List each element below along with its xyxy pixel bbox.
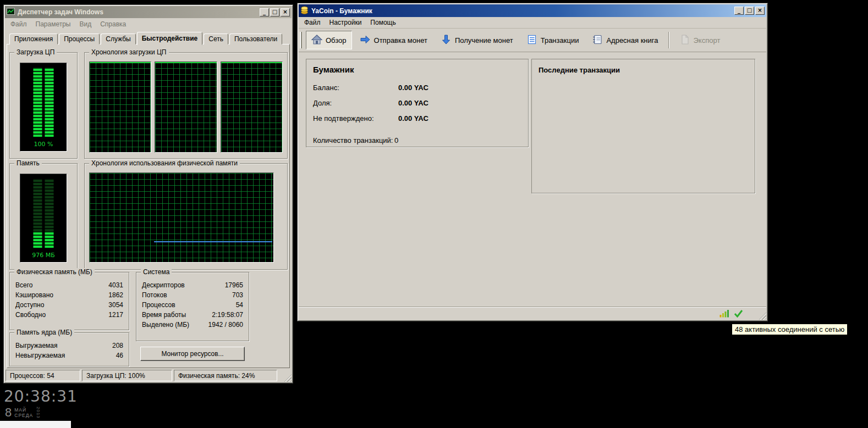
toolbar-button-send-coins[interactable]: Отправка монет — [354, 31, 433, 49]
cpu-history-graph-3 — [221, 62, 283, 153]
cpu-usage-label: Загрузка ЦП — [14, 48, 57, 56]
info-row: Всего4031 — [10, 280, 129, 290]
menu-help[interactable]: Справка — [96, 19, 130, 29]
toolbar-button-export[interactable]: Экспорт — [674, 31, 726, 49]
info-row: Доступно3054 — [10, 300, 129, 310]
clock-month: МАЙ — [14, 407, 33, 413]
tab-performance[interactable]: Быстродействие — [137, 32, 203, 45]
info-label: Время работы — [142, 311, 186, 319]
send-coins-icon — [360, 34, 371, 47]
clock-month-weekday: МАЙ СРЕДА — [14, 407, 33, 418]
menu-view[interactable]: Вид — [75, 19, 96, 29]
tab-users[interactable]: Пользователи — [229, 34, 282, 45]
info-label: Всего — [15, 281, 32, 289]
menu-file[interactable]: Файл — [300, 18, 325, 27]
toolbar-button-label: Отправка монет — [374, 36, 427, 45]
wallet-titlebar[interactable]: YaCoin - Бумажник _ □ × — [299, 4, 766, 17]
physical-memory-label: Физическая память (МБ) — [14, 268, 95, 276]
info-row: Время работы2:19:58:07 — [136, 310, 249, 320]
info-label: Дескрипторов — [142, 281, 185, 289]
tx-count-label: Количество транзакций: — [313, 136, 393, 144]
maximize-button[interactable]: □ — [270, 8, 279, 16]
memory-history-label: Хронология использования физической памя… — [89, 159, 240, 167]
physical-memory-rows: Всего4031 Кэшировано1862 Доступно3054 Св… — [10, 280, 129, 320]
menu-settings[interactable]: Настройки — [325, 18, 366, 27]
mem-gauge-fill — [34, 231, 42, 248]
toolbar-button-address-book[interactable]: Адресная книга — [586, 31, 663, 49]
memory-value: 976 МБ — [20, 252, 67, 259]
balance-label: Баланс: — [313, 84, 339, 92]
wallet-overview-panel: Бумажник Баланс: 0.00 YAC Доля: 0.00 YAC… — [306, 59, 529, 147]
cpu-gauge-fill2 — [45, 68, 54, 137]
info-label: Невыгружаемая — [15, 352, 65, 359]
tab-processes[interactable]: Процессы — [59, 34, 100, 45]
resource-monitor-button[interactable]: Монитор ресурсов... — [140, 347, 245, 361]
yacoin-icon — [300, 6, 309, 16]
info-row: Потоков703 — [136, 290, 249, 300]
info-row: Невыгружаемая46 — [10, 351, 129, 360]
taskman-window-controls: _ □ × — [260, 8, 290, 16]
toolbar-button-label: Экспорт — [694, 36, 721, 45]
taskman-titlebar[interactable]: Диспетчер задач Windows _ □ × — [5, 6, 292, 18]
memory-gauge-label: Память — [14, 159, 42, 167]
toolbar-button-receive-coins[interactable]: Получение монет — [435, 31, 519, 49]
toolbar-button-label: Получение монет — [455, 36, 513, 45]
task-manager-window: Диспетчер задач Windows _ □ × Файл Парам… — [3, 4, 293, 383]
tx-count-value: 0 — [394, 136, 398, 144]
info-label: Кэшировано — [15, 291, 53, 299]
clock-day: 8 — [5, 405, 12, 420]
info-value: 46 — [116, 352, 123, 359]
status-cpu: Загрузка ЦП: 100% — [82, 370, 172, 381]
taskman-statusbar: Процессов: 54 Загрузка ЦП: 100% Физическ… — [6, 370, 291, 381]
toolbar-separator — [668, 32, 669, 48]
toolbar-button-label: Обзор — [326, 36, 347, 45]
info-label: Выгружаемая — [15, 342, 57, 349]
minimize-button[interactable]: _ — [260, 8, 269, 16]
mem-gauge-fill2 — [45, 231, 54, 248]
toolbar-button-overview[interactable]: Обзор — [306, 31, 352, 49]
cpu-history-graph-2 — [155, 62, 217, 153]
menu-file[interactable]: Файл — [6, 19, 31, 29]
menu-help[interactable]: Помощь — [366, 18, 400, 27]
info-value: 17965 — [225, 281, 243, 289]
desktop-clock-time: 20:38:31 — [4, 387, 78, 405]
info-value: 1942 / 8060 — [208, 321, 243, 329]
export-icon — [679, 34, 690, 47]
clock-weekday: СРЕДА — [14, 413, 33, 418]
taskman-tabstrip: Приложения Процессы Службы Быстродействи… — [9, 31, 283, 45]
close-button[interactable]: × — [755, 7, 765, 15]
network-connections-tooltip: 48 активных соединений с сетью — [732, 324, 848, 335]
info-value: 208 — [112, 342, 123, 349]
unconfirmed-label: Не подтверждено: — [313, 114, 374, 123]
info-value: 3054 — [108, 301, 123, 309]
wallet-toolbar: Обзор Отправка монет Получение монет Тра… — [299, 29, 766, 52]
cpu-history-group: Хронология загрузки ЦП — [84, 52, 288, 159]
cpu-usage-meter: 100 % — [20, 63, 67, 152]
info-label: Процессов — [142, 301, 175, 309]
status-processes: Процессов: 54 — [6, 370, 80, 381]
wallet-heading: Бумажник — [313, 65, 354, 74]
wallet-window-controls: _ □ × — [734, 7, 765, 15]
system-rows: Дескрипторов17965 Потоков703 Процессов54… — [136, 280, 249, 330]
home-icon — [311, 34, 322, 47]
tab-services[interactable]: Службы — [101, 34, 135, 45]
menu-options[interactable]: Параметры — [31, 19, 75, 29]
cpu-led-bars — [34, 68, 54, 137]
close-button[interactable]: × — [281, 8, 290, 16]
tab-applications[interactable]: Приложения — [9, 34, 58, 45]
tab-networking[interactable]: Сеть — [204, 34, 228, 45]
memory-history-group: Хронология использования физической памя… — [84, 163, 288, 270]
info-value: 703 — [232, 291, 243, 299]
taskbar-fragment — [0, 421, 71, 428]
maximize-button[interactable]: □ — [745, 7, 754, 15]
minimize-button[interactable]: _ — [734, 7, 744, 15]
kernel-memory-label: Память ядра (МБ) — [14, 329, 74, 336]
wallet-menubar: Файл Настройки Помощь — [299, 17, 766, 29]
info-row: Свободно1217 — [10, 310, 129, 320]
toolbar-button-transactions[interactable]: Транзакции — [521, 31, 585, 49]
info-value: 1862 — [108, 291, 123, 299]
wallet-title: YaCoin - Бумажник — [311, 7, 732, 15]
toolbar-grip[interactable] — [300, 32, 302, 48]
kernel-memory-group: Память ядра (МБ) Выгружаемая208 Невыгруж… — [9, 332, 129, 366]
taskman-menubar: Файл Параметры Вид Справка — [5, 18, 292, 30]
